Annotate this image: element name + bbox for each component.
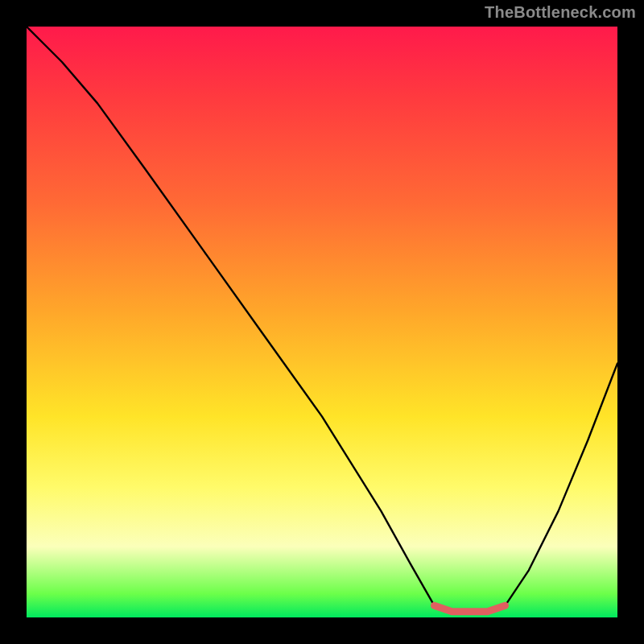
watermark-text: TheBottleneck.com bbox=[485, 3, 636, 22]
accent-segment bbox=[435, 605, 506, 611]
chart-frame: TheBottleneck.com bbox=[0, 0, 644, 644]
plot-area bbox=[27, 27, 617, 617]
accent-svg bbox=[27, 27, 617, 617]
